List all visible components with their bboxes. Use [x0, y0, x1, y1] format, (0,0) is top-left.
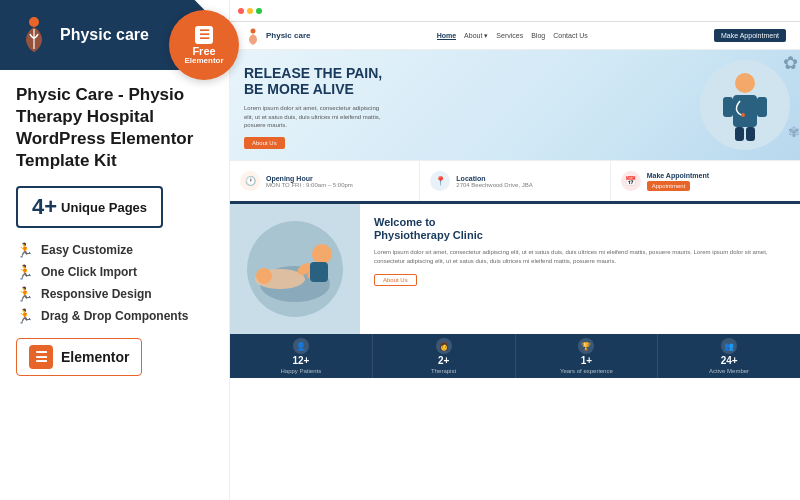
- browser-dots: [238, 8, 262, 14]
- hero-content: RELEASE THE PAIN, BE MORE ALIVE Lorem ip…: [230, 50, 690, 160]
- hero-title: RELEASE THE PAIN, BE MORE ALIVE: [244, 65, 676, 99]
- badge-text: Unique Pages: [61, 200, 147, 215]
- unique-pages-badge: 4+ Unique Pages: [16, 186, 163, 228]
- hours-title: Opening Hour: [266, 175, 353, 182]
- patients-icon: 👤: [293, 338, 309, 354]
- elementor-logo-icon: ☰: [29, 345, 53, 369]
- feature-icon-1: 🏃: [16, 242, 33, 258]
- hours-desc: MON TO FRI : 9:00am – 5:00pm: [266, 182, 353, 188]
- feature-icon-4: 🏃: [16, 308, 33, 324]
- hours-icon: 🕐: [240, 171, 260, 191]
- hero-title-line2: BE MORE ALIVE: [244, 81, 354, 97]
- feature-label-2: One Click Import: [41, 265, 137, 279]
- hero-doctor-image: [700, 60, 790, 150]
- experience-label: Years of experience: [560, 368, 613, 374]
- svg-point-0: [29, 17, 39, 27]
- therapist-label: Therapist: [431, 368, 456, 374]
- free-elementor-badge: ☰ Free Elementor: [169, 10, 239, 80]
- site-logo-text: Physic care: [266, 31, 310, 40]
- experience-icon: 🏆: [578, 338, 594, 354]
- therapist-number: 2+: [438, 356, 449, 366]
- logo-text: Physic care: [60, 25, 149, 44]
- nav-services[interactable]: Services: [496, 32, 523, 40]
- site-preview: Physic care Home About ▾ Services Blog C…: [230, 22, 800, 500]
- location-icon: 📍: [430, 171, 450, 191]
- nav-blog[interactable]: Blog: [531, 32, 545, 40]
- maximize-dot: [256, 8, 262, 14]
- features-list: 🏃 Easy Customize 🏃 One Click Import 🏃 Re…: [16, 242, 213, 324]
- experience-number: 1+: [581, 356, 592, 366]
- svg-rect-7: [735, 127, 744, 141]
- feature-label-1: Easy Customize: [41, 243, 133, 257]
- left-content: Physic Care - Physio Therapy Hospital Wo…: [0, 70, 229, 500]
- massage-svg: [240, 214, 350, 324]
- hero-description: Lorem ipsum dolor sit amet, consectetur …: [244, 104, 384, 129]
- hero-about-button[interactable]: About Us: [244, 137, 285, 149]
- badge-number: 4+: [32, 194, 57, 220]
- svg-point-13: [256, 268, 272, 284]
- site-logo: Physic care: [244, 27, 310, 45]
- site-navbar: Physic care Home About ▾ Services Blog C…: [230, 22, 800, 50]
- free-label: Free: [192, 46, 215, 57]
- doctor-svg: [705, 65, 785, 145]
- minimize-dot: [247, 8, 253, 14]
- appointment-button[interactable]: Appointment: [647, 181, 691, 191]
- welcome-title: Welcome toPhysiotherapy Clinic: [374, 216, 786, 242]
- members-label: Active Member: [709, 368, 749, 374]
- hero-image-area: ✿ ✾: [690, 50, 800, 160]
- elementor-badge: ☰ Elementor: [16, 338, 142, 376]
- svg-point-16: [312, 244, 332, 264]
- patients-label: Happy Patients: [281, 368, 322, 374]
- welcome-about-button[interactable]: About Us: [374, 274, 417, 286]
- feature-item: 🏃 Drag & Drop Components: [16, 308, 213, 324]
- svg-point-2: [251, 28, 256, 33]
- feature-item: 🏃 Responsive Design: [16, 286, 213, 302]
- hero-section: RELEASE THE PAIN, BE MORE ALIVE Lorem ip…: [230, 50, 800, 160]
- welcome-content: Welcome toPhysiotherapy Clinic Lorem ips…: [360, 204, 800, 334]
- members-icon: 👥: [721, 338, 737, 354]
- svg-rect-8: [746, 127, 755, 141]
- physic-care-logo-icon: [16, 14, 52, 56]
- feature-label-3: Responsive Design: [41, 287, 152, 301]
- main-title: Physic Care - Physio Therapy Hospital Wo…: [16, 84, 213, 172]
- info-box-hours: 🕐 Opening Hour MON TO FRI : 9:00am – 5:0…: [230, 161, 420, 201]
- nav-home[interactable]: Home: [437, 32, 456, 40]
- location-title: Location: [456, 175, 532, 182]
- location-text: Location 2704 Beechwood Drive, JBA: [456, 175, 532, 188]
- appointment-icon: 📅: [621, 171, 641, 191]
- appointment-text: Make Appointment Appointment: [647, 172, 709, 191]
- info-box-appointment: 📅 Make Appointment Appointment: [611, 161, 800, 201]
- welcome-section: Welcome toPhysiotherapy Clinic Lorem ips…: [230, 204, 800, 334]
- info-boxes-row: 🕐 Opening Hour MON TO FRI : 9:00am – 5:0…: [230, 160, 800, 204]
- feature-icon-2: 🏃: [16, 264, 33, 280]
- nav-contact[interactable]: Contact Us: [553, 32, 588, 40]
- stat-therapist: 👩 2+ Therapist: [373, 334, 516, 378]
- svg-rect-6: [757, 97, 767, 117]
- welcome-image: [230, 204, 360, 334]
- right-panel: Physic care Home About ▾ Services Blog C…: [230, 0, 800, 500]
- feature-icon-3: 🏃: [16, 286, 33, 302]
- nav-about[interactable]: About ▾: [464, 32, 488, 40]
- stat-experience: 🏆 1+ Years of experience: [516, 334, 659, 378]
- svg-rect-17: [310, 262, 328, 282]
- stat-patients: 👤 12+ Happy Patients: [230, 334, 373, 378]
- therapist-icon: 👩: [436, 338, 452, 354]
- members-number: 24+: [721, 356, 738, 366]
- site-logo-icon: [244, 27, 262, 45]
- browser-chrome: [230, 0, 800, 22]
- feature-item: 🏃 Easy Customize: [16, 242, 213, 258]
- svg-rect-5: [723, 97, 733, 117]
- stats-bar: 👤 12+ Happy Patients 👩 2+ Therapist 🏆 1+…: [230, 334, 800, 378]
- make-appointment-button[interactable]: Make Appointment: [714, 29, 786, 42]
- hero-title-line1: RELEASE THE PAIN,: [244, 65, 382, 81]
- location-desc: 2704 Beechwood Drive, JBA: [456, 182, 532, 188]
- svg-point-3: [735, 73, 755, 93]
- svg-point-9: [741, 113, 745, 117]
- close-dot: [238, 8, 244, 14]
- site-nav-links[interactable]: Home About ▾ Services Blog Contact Us: [437, 32, 588, 40]
- elementor-label-badge: Elementor: [184, 57, 223, 65]
- deco-flower-bottom: ✾: [788, 124, 800, 140]
- deco-flower-top: ✿: [783, 52, 798, 74]
- left-panel: Physic care ☰ Free Elementor Physic Care…: [0, 0, 230, 500]
- hours-text: Opening Hour MON TO FRI : 9:00am – 5:00p…: [266, 175, 353, 188]
